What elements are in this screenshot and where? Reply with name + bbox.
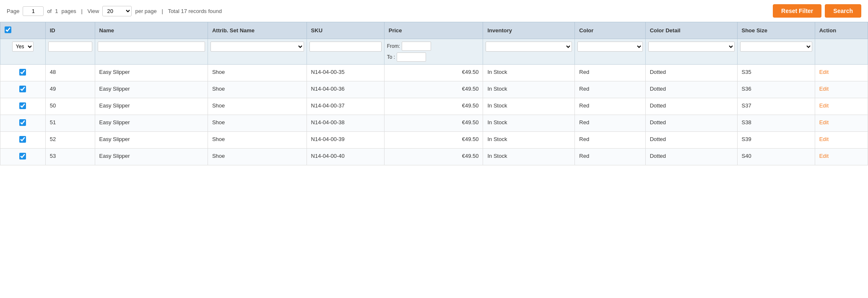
active-filter-select[interactable]: Yes No Any [12, 42, 34, 52]
row-colordetail: Dotted [645, 149, 737, 165]
filter-attrib-cell [208, 39, 307, 65]
row-color: Red [575, 65, 645, 81]
filter-colordetail-cell: Dotted Solid [645, 39, 737, 65]
row-color: Red [575, 81, 645, 98]
filter-action-cell [815, 39, 868, 65]
row-id: 52 [45, 132, 95, 149]
row-attrib: Shoe [208, 65, 307, 81]
header-shoesize: Shoe Size [737, 22, 815, 39]
row-colordetail: Dotted [645, 65, 737, 81]
price-from-input[interactable] [402, 42, 431, 51]
filter-name-input[interactable] [98, 42, 205, 52]
table-row: 51Easy SlipperShoeN14-04-00-38€49.50In S… [0, 115, 868, 132]
row-attrib: Shoe [208, 149, 307, 165]
row-attrib: Shoe [208, 81, 307, 98]
filter-id-input[interactable] [48, 42, 92, 52]
table-row: 52Easy SlipperShoeN14-04-00-39€49.50In S… [0, 132, 868, 149]
row-color: Red [575, 115, 645, 132]
price-from-row: From: [387, 42, 481, 51]
row-shoesize: S38 [737, 115, 815, 132]
pages-label: pages [61, 8, 76, 14]
row-colordetail: Dotted [645, 98, 737, 115]
row-price: €49.50 [384, 65, 483, 81]
row-attrib: Shoe [208, 132, 307, 149]
edit-link[interactable]: Edit [819, 136, 829, 142]
filter-colordetail-select[interactable]: Dotted Solid [648, 42, 735, 52]
header-inventory: Inventory [483, 22, 575, 39]
row-inventory: In Stock [483, 81, 575, 98]
table-row: 48Easy SlipperShoeN14-04-00-35€49.50In S… [0, 65, 868, 81]
row-name: Easy Slipper [95, 65, 208, 81]
row-id: 51 [45, 115, 95, 132]
row-inventory: In Stock [483, 115, 575, 132]
row-checkbox-cell [0, 65, 46, 81]
row-checkbox[interactable] [19, 102, 26, 109]
filter-attrib-select[interactable] [211, 42, 304, 52]
table-row: 53Easy SlipperShoeN14-04-00-40€49.50In S… [0, 149, 868, 165]
total-records: Total 17 records found [168, 8, 222, 14]
edit-link[interactable]: Edit [819, 86, 829, 92]
table-body: 48Easy SlipperShoeN14-04-00-35€49.50In S… [0, 65, 868, 165]
row-checkbox-cell [0, 132, 46, 149]
price-filter-container: From: To : [387, 42, 481, 62]
row-id: 49 [45, 81, 95, 98]
header-sku: SKU [307, 22, 384, 39]
header-id: ID [45, 22, 95, 39]
per-page-label: per page [135, 8, 156, 14]
filter-shoesize-select[interactable]: S35 S36 S37 S38 S39 S40 [740, 42, 812, 52]
filter-price-cell: From: To : [384, 39, 483, 65]
filter-shoesize-cell: S35 S36 S37 S38 S39 S40 [737, 39, 815, 65]
row-checkbox[interactable] [19, 69, 26, 76]
row-checkbox-cell [0, 81, 46, 98]
separator1: | [80, 8, 84, 14]
select-all-checkbox[interactable] [5, 26, 11, 33]
row-name: Easy Slipper [95, 81, 208, 98]
row-id: 48 [45, 65, 95, 81]
row-shoesize: S37 [737, 98, 815, 115]
row-shoesize: S39 [737, 132, 815, 149]
filter-row: Yes No Any Fr [0, 39, 868, 65]
header-action: Action [815, 22, 868, 39]
view-select[interactable]: 20 50 100 [102, 6, 132, 16]
search-button[interactable]: Search [825, 4, 861, 18]
from-label: From: [387, 43, 400, 49]
action-buttons: Reset Filter Search [773, 4, 861, 18]
edit-link[interactable]: Edit [819, 119, 829, 125]
price-to-input[interactable] [397, 52, 426, 62]
row-price: €49.50 [384, 132, 483, 149]
page-total: 1 [55, 8, 58, 14]
page-input[interactable] [23, 6, 44, 16]
row-price: €49.50 [384, 115, 483, 132]
page-of: of [47, 8, 52, 14]
edit-link[interactable]: Edit [819, 153, 829, 159]
header-checkbox-cell [0, 22, 46, 39]
row-attrib: Shoe [208, 115, 307, 132]
row-sku: N14-04-00-36 [307, 81, 384, 98]
edit-link[interactable]: Edit [819, 102, 829, 109]
row-sku: N14-04-00-37 [307, 98, 384, 115]
row-price: €49.50 [384, 81, 483, 98]
row-name: Easy Slipper [95, 132, 208, 149]
row-color: Red [575, 132, 645, 149]
row-sku: N14-04-00-39 [307, 132, 384, 149]
edit-link[interactable]: Edit [819, 69, 829, 75]
separator2: | [160, 8, 165, 14]
filter-sku-input[interactable] [309, 42, 382, 52]
row-checkbox-cell [0, 115, 46, 132]
row-action-cell: Edit [815, 115, 868, 132]
price-to-row: To : [387, 52, 481, 62]
row-action-cell: Edit [815, 149, 868, 165]
row-checkbox[interactable] [19, 86, 26, 92]
filter-sku-cell [307, 39, 384, 65]
row-checkbox[interactable] [19, 153, 26, 159]
row-id: 50 [45, 98, 95, 115]
filter-inventory-select[interactable]: In Stock Out of Stock [486, 42, 572, 52]
row-checkbox[interactable] [19, 136, 26, 143]
row-shoesize: S35 [737, 65, 815, 81]
filter-color-select[interactable]: Red Blue Green [577, 42, 642, 52]
row-checkbox[interactable] [19, 119, 26, 126]
row-sku: N14-04-00-40 [307, 149, 384, 165]
row-id: 53 [45, 149, 95, 165]
reset-filter-button[interactable]: Reset Filter [773, 4, 821, 18]
header-name: Name [95, 22, 208, 39]
